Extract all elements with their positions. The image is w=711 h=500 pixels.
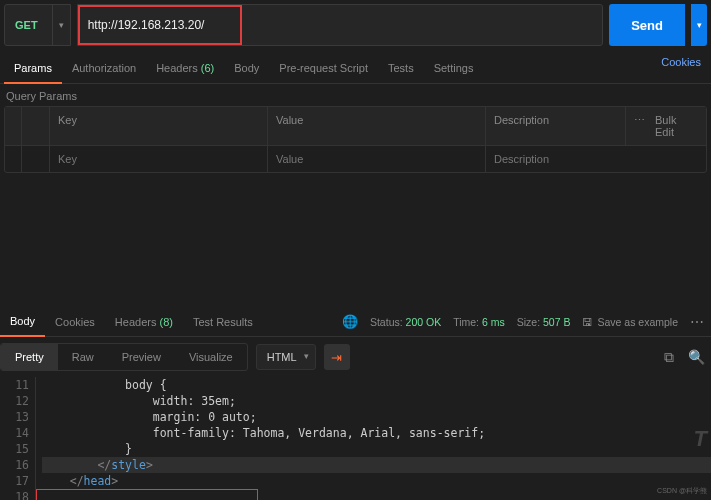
query-params-label: Query Params [0, 84, 711, 106]
csdn-watermark: CSDN @科学熊 [657, 486, 707, 496]
tab-authorization[interactable]: Authorization [62, 54, 146, 83]
pretty-tab[interactable]: Pretty [1, 344, 58, 370]
save-as-example[interactable]: 🖫Save as example [582, 316, 678, 328]
table-header: Key Value Description ⋯ Bulk Edit [5, 107, 706, 146]
chevron-down-icon[interactable]: ▾ [52, 5, 70, 45]
status-text: Status: 200 OK [370, 316, 441, 328]
value-input[interactable] [276, 153, 477, 165]
key-input[interactable] [58, 153, 259, 165]
tab-settings[interactable]: Settings [424, 54, 484, 83]
save-icon: 🖫 [582, 316, 593, 328]
resp-tab-results[interactable]: Test Results [183, 308, 263, 336]
tab-prerequest[interactable]: Pre-request Script [269, 54, 378, 83]
visualize-tab[interactable]: Visualize [175, 344, 247, 370]
time-text: Time: 6 ms [453, 316, 505, 328]
resp-tab-headers[interactable]: Headers (8) [105, 308, 183, 336]
dots-icon[interactable]: ⋯ [634, 114, 645, 138]
resp-tab-body[interactable]: Body [0, 307, 45, 337]
col-key: Key [50, 107, 268, 145]
response-tabs: Body Cookies Headers (8) Test Results 🌐 … [0, 303, 711, 337]
table-row [5, 146, 706, 172]
tab-headers[interactable]: Headers (6) [146, 54, 224, 83]
raw-tab[interactable]: Raw [58, 344, 108, 370]
preview-tab[interactable]: Preview [108, 344, 175, 370]
wrap-lines-icon[interactable]: ⇥ [324, 344, 350, 370]
line-gutter: 11 12 13 14 15 16 17 18 19 20 21 22 23 [0, 377, 36, 500]
code-viewer[interactable]: 11 12 13 14 15 16 17 18 19 20 21 22 23 b… [0, 377, 711, 500]
description-input[interactable] [494, 153, 698, 165]
pretty-toolbar: Pretty Raw Preview Visualize HTML ⇥ ⧉ 🔍 [0, 337, 711, 377]
code-lines: body { width: 35em; margin: 0 auto; font… [36, 377, 711, 500]
cookies-link[interactable]: Cookies [661, 56, 701, 68]
globe-icon[interactable]: 🌐 [342, 314, 358, 329]
more-icon[interactable]: ⋯ [690, 314, 705, 330]
url-input[interactable] [78, 5, 603, 45]
send-dropdown[interactable]: ▾ [691, 4, 707, 46]
language-selector[interactable]: HTML [256, 344, 316, 370]
copy-icon[interactable]: ⧉ [664, 349, 674, 366]
resp-tab-cookies[interactable]: Cookies [45, 308, 105, 336]
col-description: Description [486, 107, 626, 145]
tab-body[interactable]: Body [224, 54, 269, 83]
col-value: Value [268, 107, 486, 145]
method-selector[interactable]: GET ▾ [4, 4, 71, 46]
params-table: Key Value Description ⋯ Bulk Edit [4, 106, 707, 173]
tab-tests[interactable]: Tests [378, 54, 424, 83]
watermark: T [694, 426, 707, 452]
request-tabs: Params Authorization Headers (6) Body Pr… [0, 46, 711, 84]
send-button[interactable]: Send [609, 4, 685, 46]
size-text: Size: 507 B [517, 316, 571, 328]
search-icon[interactable]: 🔍 [688, 349, 705, 366]
bulk-edit-link[interactable]: Bulk Edit [655, 114, 698, 138]
method-label: GET [5, 19, 52, 31]
url-field-wrapper [77, 4, 604, 46]
tab-params[interactable]: Params [4, 54, 62, 84]
